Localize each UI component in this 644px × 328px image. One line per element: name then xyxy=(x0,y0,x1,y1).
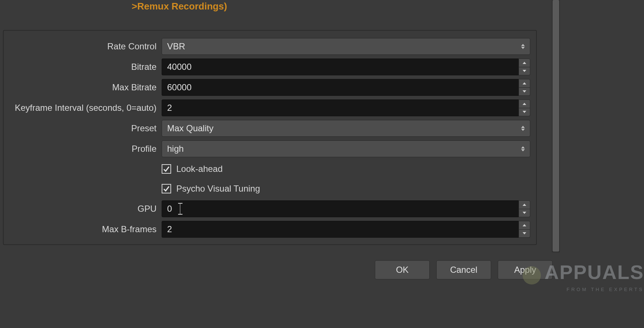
bitrate-spinbox[interactable]: 40000 xyxy=(162,59,530,75)
bitrate-step-down[interactable] xyxy=(519,67,530,76)
label-preset: Preset xyxy=(10,123,162,133)
row-look-ahead: Look-ahead xyxy=(10,161,530,177)
label-profile: Profile xyxy=(10,144,162,154)
dialog-button-bar: OK Cancel Apply xyxy=(375,260,553,279)
label-gpu: GPU xyxy=(10,204,162,214)
scrollbar-thumb[interactable] xyxy=(553,0,559,252)
row-gpu: GPU 0 xyxy=(10,200,530,217)
row-keyframe: Keyframe Interval (seconds, 0=auto) 2 xyxy=(10,99,530,116)
max-bframes-spinbox[interactable]: 2 xyxy=(162,221,530,238)
label-max-bframes: Max B-frames xyxy=(10,224,162,234)
look-ahead-label[interactable]: Look-ahead xyxy=(176,164,223,174)
profile-dropdown[interactable]: high xyxy=(162,140,530,157)
svg-marker-5 xyxy=(523,90,526,93)
row-psycho: Psycho Visual Tuning xyxy=(10,181,530,197)
svg-marker-11 xyxy=(521,149,525,151)
preset-dropdown[interactable]: Max Quality xyxy=(162,120,530,137)
svg-marker-9 xyxy=(521,129,525,131)
svg-marker-8 xyxy=(521,126,525,128)
row-rate-control: Rate Control VBR xyxy=(10,38,530,55)
label-rate-control: Rate Control xyxy=(10,41,162,52)
max-bframes-step-up[interactable] xyxy=(519,221,530,230)
svg-marker-3 xyxy=(523,70,526,72)
apply-button[interactable]: Apply xyxy=(498,260,553,279)
psycho-label[interactable]: Psycho Visual Tuning xyxy=(176,184,260,194)
row-max-bitrate: Max Bitrate 60000 xyxy=(10,79,530,96)
vertical-scrollbar[interactable] xyxy=(552,0,560,252)
svg-marker-14 xyxy=(523,224,526,226)
row-preset: Preset Max Quality xyxy=(10,120,530,137)
svg-marker-2 xyxy=(523,62,526,64)
gpu-step-down[interactable] xyxy=(519,209,530,218)
max-bitrate-value[interactable]: 60000 xyxy=(162,79,519,96)
svg-marker-12 xyxy=(523,204,526,206)
keyframe-step-down[interactable] xyxy=(519,108,530,117)
svg-marker-15 xyxy=(523,232,526,234)
max-bframes-value[interactable]: 2 xyxy=(162,221,519,238)
encoder-settings-group: Rate Control VBR Bitrate 40000 xyxy=(3,30,537,245)
row-profile: Profile high xyxy=(10,140,530,157)
label-keyframe: Keyframe Interval (seconds, 0=auto) xyxy=(10,103,162,113)
look-ahead-checkbox[interactable] xyxy=(162,164,171,174)
updown-icon xyxy=(519,120,527,136)
svg-marker-1 xyxy=(521,47,525,49)
gpu-value-text: 0 xyxy=(167,204,172,214)
row-bitrate: Bitrate 40000 xyxy=(10,59,530,75)
keyframe-spinbox[interactable]: 2 xyxy=(162,99,530,116)
rate-control-dropdown[interactable]: VBR xyxy=(162,38,530,55)
svg-marker-6 xyxy=(523,103,526,105)
label-max-bitrate: Max Bitrate xyxy=(10,82,162,93)
keyframe-step-up[interactable] xyxy=(519,99,530,108)
svg-marker-13 xyxy=(523,212,526,214)
keyframe-value[interactable]: 2 xyxy=(162,99,519,116)
max-bitrate-step-down[interactable] xyxy=(519,88,530,96)
max-bitrate-spinbox[interactable]: 60000 xyxy=(162,79,530,96)
profile-value: high xyxy=(167,144,184,154)
svg-marker-7 xyxy=(523,111,526,113)
svg-marker-4 xyxy=(523,82,526,84)
ok-button[interactable]: OK xyxy=(375,260,430,279)
svg-marker-10 xyxy=(521,146,525,148)
gpu-value[interactable]: 0 xyxy=(162,200,519,217)
cancel-button[interactable]: Cancel xyxy=(436,260,491,279)
watermark-brand: APPUALS xyxy=(545,261,644,283)
gpu-step-up[interactable] xyxy=(519,200,530,209)
preset-value: Max Quality xyxy=(167,123,214,133)
text-caret-icon xyxy=(180,204,180,214)
warning-text: >Remux Recordings) xyxy=(132,1,227,12)
updown-icon xyxy=(519,141,527,157)
rate-control-value: VBR xyxy=(167,41,185,52)
updown-icon xyxy=(519,38,527,54)
gpu-spinbox[interactable]: 0 xyxy=(162,200,530,217)
label-bitrate: Bitrate xyxy=(10,62,162,72)
psycho-checkbox[interactable] xyxy=(162,184,171,193)
max-bitrate-step-up[interactable] xyxy=(519,79,530,88)
svg-marker-0 xyxy=(521,44,525,46)
watermark-tagline: FROM THE EXPERTS xyxy=(487,287,644,292)
bitrate-value[interactable]: 40000 xyxy=(162,59,519,75)
bitrate-step-up[interactable] xyxy=(519,59,530,67)
row-max-bframes: Max B-frames 2 xyxy=(10,221,530,238)
max-bframes-step-down[interactable] xyxy=(519,230,530,238)
